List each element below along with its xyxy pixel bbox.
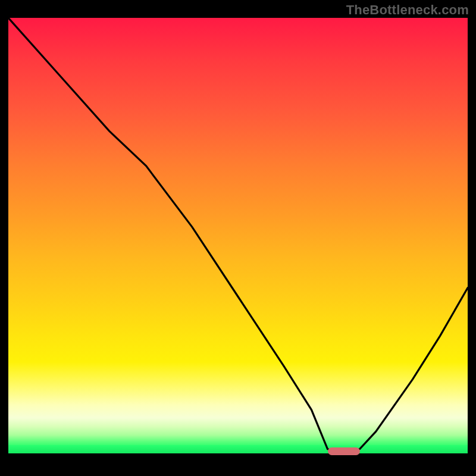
plot-area (8, 18, 468, 468)
watermark-text: TheBottleneck.com (346, 2, 469, 18)
curve-path (8, 18, 468, 453)
bottleneck-curve (8, 18, 468, 468)
chart-frame: TheBottleneck.com (0, 0, 476, 476)
optimal-range-marker (328, 447, 360, 455)
